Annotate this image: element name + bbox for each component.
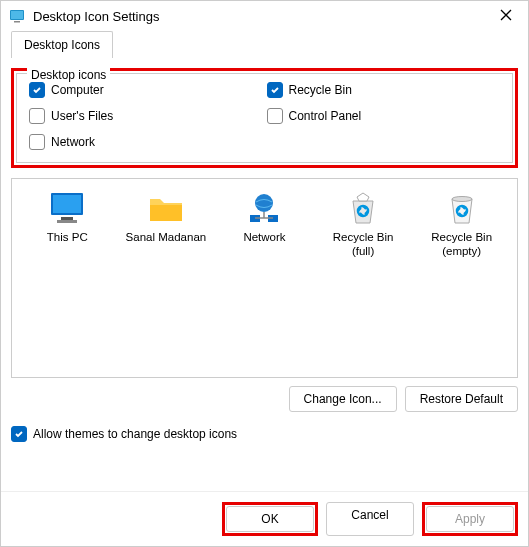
checkbox-row-network: Network bbox=[29, 134, 263, 150]
allow-themes-row: Allow themes to change desktop icons bbox=[11, 426, 518, 442]
checkbox-row-control-panel: Control Panel bbox=[267, 108, 501, 124]
preview-recycle-full[interactable]: Recycle Bin (full) bbox=[321, 191, 406, 259]
checkbox-row-recycle-bin: Recycle Bin bbox=[267, 82, 501, 98]
preview-label-user: Sanal Madanan bbox=[126, 231, 207, 245]
network-icon bbox=[244, 191, 284, 227]
tab-desktop-icons[interactable]: Desktop Icons bbox=[11, 31, 113, 58]
svg-point-11 bbox=[452, 197, 472, 202]
svg-point-7 bbox=[255, 194, 273, 212]
allow-themes-label: Allow themes to change desktop icons bbox=[33, 427, 237, 441]
checkbox-row-users-files: User's Files bbox=[29, 108, 263, 124]
checkbox-label-control-panel: Control Panel bbox=[289, 109, 362, 123]
preview-network[interactable]: Network bbox=[222, 191, 307, 259]
checkbox-label-network: Network bbox=[51, 135, 95, 149]
cancel-button[interactable]: Cancel bbox=[326, 502, 414, 536]
svg-rect-2 bbox=[11, 11, 23, 19]
checkbox-network[interactable] bbox=[29, 134, 45, 150]
svg-rect-4 bbox=[53, 195, 81, 213]
checkbox-users-files[interactable] bbox=[29, 108, 45, 124]
svg-rect-6 bbox=[57, 220, 77, 223]
window-title: Desktop Icon Settings bbox=[33, 9, 484, 24]
apply-button[interactable]: Apply bbox=[426, 506, 514, 532]
preview-label-recycle-empty: Recycle Bin (empty) bbox=[419, 231, 504, 259]
svg-rect-1 bbox=[14, 21, 20, 23]
dialog-window: Desktop Icon Settings Desktop Icons Desk… bbox=[0, 0, 529, 547]
checkbox-label-recycle-bin: Recycle Bin bbox=[289, 83, 352, 97]
recycle-full-icon bbox=[343, 191, 383, 227]
ok-button[interactable]: OK bbox=[226, 506, 314, 532]
checkbox-label-computer: Computer bbox=[51, 83, 104, 97]
checkbox-computer[interactable] bbox=[29, 82, 45, 98]
preview-label-this-pc: This PC bbox=[47, 231, 88, 245]
recycle-empty-icon bbox=[442, 191, 482, 227]
preview-label-network: Network bbox=[243, 231, 285, 245]
checkbox-label-users-files: User's Files bbox=[51, 109, 113, 123]
icon-button-row: Change Icon... Restore Default bbox=[11, 386, 518, 412]
highlight-apply: Apply bbox=[422, 502, 518, 536]
dialog-footer: OK Cancel Apply bbox=[1, 491, 528, 546]
folder-icon bbox=[146, 191, 186, 227]
checkbox-allow-themes[interactable] bbox=[11, 426, 27, 442]
desktop-settings-icon bbox=[9, 8, 25, 24]
preview-this-pc[interactable]: This PC bbox=[25, 191, 110, 259]
group-legend: Desktop icons bbox=[27, 68, 110, 82]
titlebar: Desktop Icon Settings bbox=[1, 1, 528, 31]
change-icon-button[interactable]: Change Icon... bbox=[289, 386, 397, 412]
monitor-icon bbox=[47, 191, 87, 227]
highlight-checkbox-group: Desktop icons Computer Recycle Bin User'… bbox=[11, 68, 518, 168]
tab-strip: Desktop Icons bbox=[1, 31, 528, 58]
checkbox-recycle-bin[interactable] bbox=[267, 82, 283, 98]
close-icon[interactable] bbox=[492, 7, 520, 25]
checkbox-row-computer: Computer bbox=[29, 82, 263, 98]
icon-preview-pane: This PC Sanal Madanan Network Recycle Bi… bbox=[11, 178, 518, 378]
checkbox-control-panel[interactable] bbox=[267, 108, 283, 124]
restore-default-button[interactable]: Restore Default bbox=[405, 386, 518, 412]
preview-label-recycle-full: Recycle Bin (full) bbox=[321, 231, 406, 259]
desktop-icons-group: Desktop icons Computer Recycle Bin User'… bbox=[16, 73, 513, 163]
svg-rect-5 bbox=[61, 217, 73, 220]
preview-user-folder[interactable]: Sanal Madanan bbox=[123, 191, 208, 259]
tab-content: Desktop icons Computer Recycle Bin User'… bbox=[1, 58, 528, 491]
preview-recycle-empty[interactable]: Recycle Bin (empty) bbox=[419, 191, 504, 259]
highlight-ok: OK bbox=[222, 502, 318, 536]
